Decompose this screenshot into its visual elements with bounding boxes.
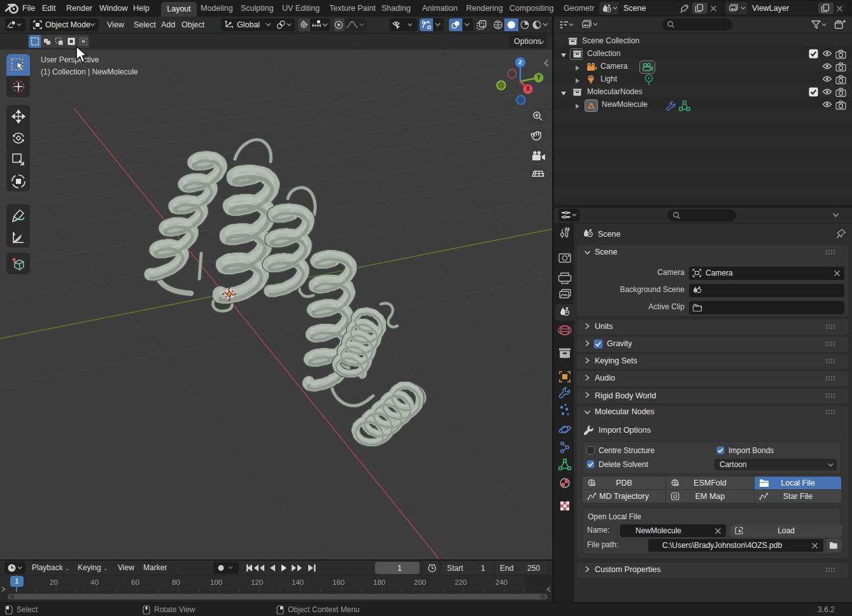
svg-text:Z: Z: [518, 59, 522, 66]
svg-text:Y: Y: [537, 74, 541, 81]
svg-text:X: X: [526, 85, 530, 92]
